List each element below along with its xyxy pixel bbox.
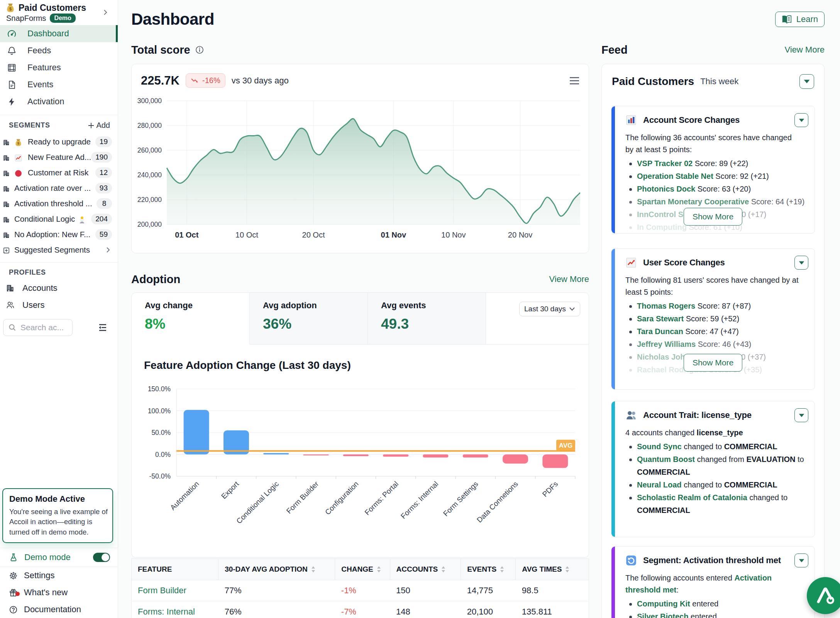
suggested-segments-icon [3, 246, 10, 254]
entity-link[interactable]: Spartan Monetary Cooperative [637, 197, 749, 206]
workspace-name: Paid Customers [19, 3, 86, 13]
demo-notice-title: Demo Mode Active [9, 494, 109, 504]
sidebar-item-activation[interactable]: Activation [0, 93, 118, 110]
entity-link[interactable]: Neural Load [637, 480, 682, 489]
column-header-accounts[interactable]: ACCOUNTS [390, 559, 461, 580]
sort-icon[interactable] [311, 565, 316, 573]
sort-icon[interactable] [376, 565, 381, 573]
date-range-select[interactable]: Last 30 days [519, 302, 580, 316]
section-dropdown-button[interactable] [794, 113, 808, 127]
sidebar-item-feeds[interactable]: Feeds [0, 42, 118, 59]
sidebar-item-suggested-segments[interactable]: Suggested Segments [0, 242, 118, 258]
adoption-view-more-link[interactable]: View More [549, 274, 589, 284]
sidebar-segment-item[interactable]: Conditional Logic 204 [0, 211, 118, 227]
svg-text:Automation: Automation [169, 480, 201, 512]
feature-link[interactable]: Form Builder [132, 580, 218, 601]
chevron-right-icon[interactable] [102, 8, 109, 16]
feed-list-item: Computing Kit entered [625, 598, 808, 610]
show-more-button[interactable]: Show More [684, 354, 742, 372]
svg-text:50.0%: 50.0% [151, 429, 171, 436]
collapse-sidebar-icon[interactable] [98, 323, 108, 333]
section-dropdown-button[interactable] [794, 553, 808, 567]
frame-icon [7, 63, 17, 73]
entity-link[interactable]: VSP Tracker 02 [637, 159, 693, 168]
feed-dropdown-button[interactable] [799, 74, 814, 89]
demo-mode-notice: Demo Mode Active You're seeing a live ex… [2, 488, 113, 543]
entity-link[interactable]: Sound Sync [637, 442, 682, 451]
segment-count-badge: 204 [91, 214, 112, 224]
feed-list-item: Tara Duncan Score: 47 (+47) [625, 325, 808, 338]
sidebar-item-users[interactable]: Users [0, 297, 118, 314]
entity-link[interactable]: Scholastic Realm of Catalonia [637, 493, 747, 502]
sidebar-segment-item[interactable]: New Feature Ad... 190 [0, 149, 118, 165]
total-score-card: 225.7K -16% vs 30 days ago 300,000280,00… [131, 64, 589, 253]
emphasis-text: COMMERCIAL [637, 506, 690, 514]
sidebar-item-documentation[interactable]: Documentation [0, 601, 118, 618]
sidebar-segment-item[interactable]: $Ready to upgrade 19 [0, 134, 118, 149]
show-more-button[interactable]: Show More [684, 208, 742, 226]
entity-link[interactable]: Sara Stewart [637, 314, 684, 323]
sidebar-segment-item[interactable]: Activation rate over ... 93 [0, 180, 118, 196]
entity-link[interactable]: Jeffrey Williams [637, 340, 696, 348]
chevron-right-icon [104, 246, 112, 254]
feature-table-wrap: FEATURE30-DAY AVG ADOPTIONCHANGEACCOUNTS… [131, 559, 589, 618]
tab-avg-change[interactable]: Avg change8% [132, 293, 250, 345]
sidebar-item-dashboard[interactable]: Dashboard [0, 25, 118, 42]
column-header-avg-times[interactable]: AVG TIMES [516, 559, 589, 580]
svg-text:280,000: 280,000 [137, 122, 162, 129]
chat-launcher-button[interactable] [807, 577, 840, 614]
feed-section-title: Account Trait: license_type [643, 410, 752, 420]
column-header-feature: FEATURE [132, 559, 218, 580]
chart-menu-icon[interactable] [569, 76, 579, 85]
info-icon[interactable] [195, 45, 204, 54]
sort-icon[interactable] [565, 565, 570, 573]
column-header-30-day-avg-adoption[interactable]: 30-DAY AVG ADOPTION [218, 559, 335, 580]
demo-mode-toggle[interactable] [93, 553, 110, 562]
entity-link[interactable]: Photonics Dock [637, 185, 695, 193]
entity-link[interactable]: In Computing [637, 223, 687, 231]
feed-view-more-link[interactable]: View More [784, 45, 825, 55]
sidebar-item-what-s-new[interactable]: What's new [0, 584, 118, 601]
feed-list-item: Scholastic Realm of Catalonia changed to… [625, 491, 808, 517]
tab-avg-events[interactable]: Avg events49.3 [368, 293, 486, 345]
entity-link[interactable]: Tara Duncan [637, 327, 683, 336]
entity-link[interactable]: Silver Biotech [637, 612, 688, 618]
sidebar-segment-item[interactable]: Activation threshold ... 8 [0, 196, 118, 211]
workspace-switcher[interactable]: $ Paid Customers SnapForms Demo [0, 0, 118, 24]
tab-avg-adoption[interactable]: Avg adoption36% [250, 293, 368, 345]
entity-link[interactable]: Activation threshold met [625, 574, 772, 594]
sidebar-item-features[interactable]: Features [0, 59, 118, 76]
add-segment-button[interactable]: Add [88, 121, 110, 130]
sidebar-footer: SettingsWhat's newDocumentation [0, 567, 118, 618]
sidebar-item-settings[interactable]: Settings [0, 567, 118, 584]
plus-icon [88, 122, 95, 129]
section-dropdown-button[interactable] [794, 408, 808, 422]
emphasis-text: license_type [697, 428, 743, 437]
feed-section-list: Sound Sync changed to COMMERCIALQuantum … [625, 440, 808, 517]
table-row: Forms: Internal 76% -7% 148 20,100 135.8… [132, 601, 589, 618]
entity-link[interactable]: Computing Kit [637, 599, 690, 608]
feed-list-item: Spartan Monetary Cooperative Score: 64 (… [625, 195, 808, 208]
segment-count-badge: 59 [95, 229, 112, 240]
search-input[interactable] [20, 323, 68, 332]
sidebar-item-accounts[interactable]: Accounts [0, 280, 118, 297]
demo-mode-label: Demo mode [24, 552, 71, 562]
entity-link[interactable]: Thomas Rogers [637, 302, 695, 310]
sidebar-item-events[interactable]: Events [0, 76, 118, 93]
sidebar-segment-item[interactable]: No Adoption: New F... 59 [0, 227, 118, 242]
demo-badge: Demo [50, 14, 75, 23]
sort-icon[interactable] [500, 565, 505, 573]
learn-button[interactable]: Learn [775, 12, 825, 27]
svg-text:Forms: Internal: Forms: Internal [399, 480, 440, 520]
sort-icon[interactable] [441, 565, 446, 573]
svg-text:100.0%: 100.0% [148, 407, 171, 415]
entity-link[interactable]: Quantum Boost [637, 455, 695, 464]
sidebar-segment-item[interactable]: Customer at Risk 12 [0, 165, 118, 180]
feed-section-title: User Score Changes [643, 258, 725, 268]
feed-section-account-trait-license-type: Account Trait: license_type 4 accounts c… [611, 401, 815, 537]
column-header-events[interactable]: EVENTS [461, 559, 516, 580]
section-dropdown-button[interactable] [794, 256, 808, 270]
entity-link[interactable]: Operation Stable Net [637, 172, 713, 180]
column-header-change[interactable]: CHANGE [335, 559, 390, 580]
feature-link[interactable]: Forms: Internal [132, 601, 218, 618]
